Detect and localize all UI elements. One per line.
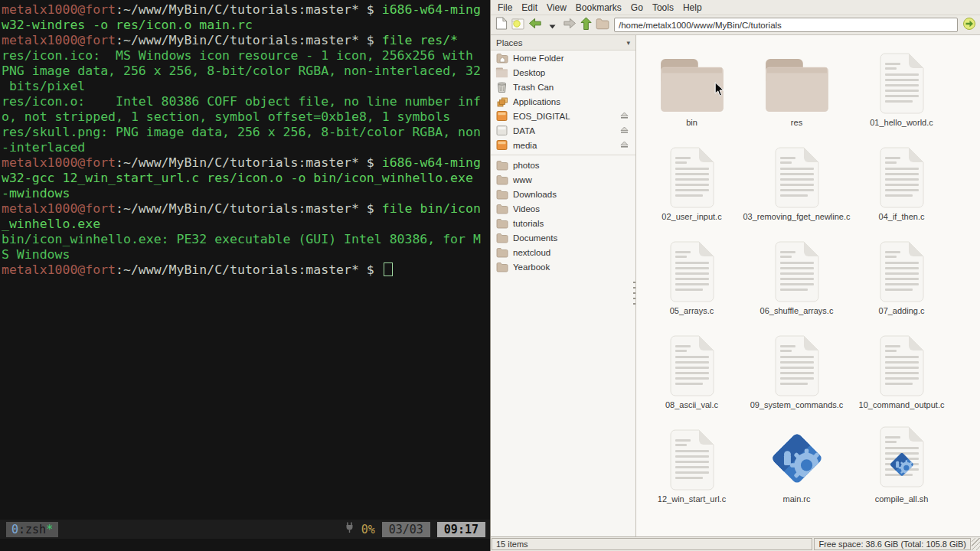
c-source-icon [668,233,717,303]
file-item[interactable]: 01_hello_world.c [849,44,954,139]
bookmark-label: Yearbook [513,262,550,272]
c-source-icon [773,233,822,303]
file-item[interactable]: 08_ascii_val.c [639,327,744,421]
menu-go[interactable]: Go [626,2,648,14]
up-button[interactable] [578,17,593,33]
place-applications[interactable]: Applications [491,94,635,109]
terminal-text-segment: bin/icon_winhello.exe: PE32 executable (… [2,232,481,246]
menu-edit[interactable]: Edit [517,2,542,14]
menu-bookmarks[interactable]: Bookmarks [571,2,626,14]
file-manager-window: FileEditViewBookmarksGoToolsHelp Places … [490,0,980,551]
menu-view[interactable]: View [542,2,571,14]
tmux-status-bar: 0:zsh* 0% 03/03 09:17 [0,520,490,539]
file-item[interactable]: 12_win_start_url.c [639,421,744,515]
file-item[interactable]: 10_command_output.c [849,327,954,421]
file-item[interactable]: 04_if_then.c [849,139,954,233]
bookmark-videos[interactable]: Videos [491,201,635,216]
terminal-line: res/icon.o: Intel 80386 COFF object file… [2,94,490,109]
file-item[interactable]: 02_user_input.c [639,139,744,233]
eject-button[interactable] [620,141,629,150]
history-dropdown-button[interactable] [544,17,560,33]
toolbar [491,15,980,35]
new-tab-button[interactable] [511,17,526,33]
place-trash-can[interactable]: Trash Can [491,80,635,94]
place-label: Desktop [513,68,545,77]
place-eos-digital[interactable]: EOS_DIGITAL [491,109,635,123]
eject-button[interactable] [620,126,629,135]
bookmark-label: tutorials [513,219,544,228]
terminal-text-segment: res/skull.png: PNG image data, 256 x 256… [2,125,481,139]
terminal-cursor [384,262,393,276]
eject-button[interactable] [620,112,629,121]
terminal-text-segment: PNG image data, 256 x 256, 8-bit/color R… [2,64,481,78]
file-name: 06_shuffle_arrays.c [760,306,834,315]
menu-tools[interactable]: Tools [648,2,678,14]
terminal-text-segment: metalx1000@fort [2,2,116,17]
forward-button[interactable] [561,17,577,33]
terminal-text-segment: bits/pixel [2,79,85,93]
places-list: Home FolderDesktopTrash CanApplicationsE… [491,51,635,152]
bookmark-downloads[interactable]: Downloads [491,187,635,201]
file-name: 02_user_input.c [662,212,721,221]
bookmark-tutorials[interactable]: tutorials [491,216,635,230]
bookmark-documents[interactable]: Documents [491,230,635,245]
terminal-text-segment: metalx1000@fort [2,155,116,170]
bookmark-yearbook[interactable]: Yearbook [491,259,635,274]
terminal-text-segment: $ [359,155,382,170]
file-item[interactable]: res [744,44,849,139]
terminal-text-segment: :~/www/MyBin/C/tutorials:master* [116,33,359,47]
tmux-window-index: 0 [11,523,18,536]
folder-icon [657,44,727,115]
file-item[interactable]: 06_shuffle_arrays.c [744,233,849,327]
bookmark-photos[interactable]: photos [491,158,635,172]
terminal-line: bin/icon_winhello.exe: PE32 executable (… [2,232,490,247]
folder-icon [495,247,508,258]
place-media[interactable]: media [491,138,635,152]
file-item[interactable]: 03_removing_fget_newline.c [744,139,849,233]
file-name: 03_removing_fget_newline.c [743,212,850,221]
tmux-session-badge[interactable]: 0:zsh* [6,522,58,537]
back-button[interactable] [528,17,543,33]
file-item[interactable]: compile_all.sh [849,421,954,515]
menu-help[interactable]: Help [678,2,707,14]
file-item[interactable]: 07_adding.c [849,233,954,327]
tmux-window-flag: * [46,523,53,536]
drive-orange-icon [495,110,508,122]
place-label: media [513,141,537,150]
pane-splitter-grip[interactable] [633,282,635,308]
terminal-line: metalx1000@fort:~/www/MyBin/C/tutorials:… [2,262,490,278]
file-item[interactable]: 05_arrays.c [639,233,744,327]
bookmark-nextcloud[interactable]: nextcloud [491,245,635,259]
terminal-text-segment: _winhello.exe [2,217,100,231]
go-jump-icon [962,17,976,34]
place-desktop[interactable]: Desktop [491,65,635,80]
menu-file[interactable]: File [493,2,517,14]
file-item[interactable]: bin [639,44,744,139]
terminal-text-segment: i686-w64-ming [382,2,481,17]
places-separator [491,155,635,155]
free-space-label: Free space: 38.6 GiB (Total: 105.8 GiB) [814,538,971,550]
resize-grip[interactable] [972,538,980,550]
tmux-right-status: 0% 03/03 09:17 [345,522,485,537]
terminal-text-segment: res/icon.ico: MS Windows icon resource -… [2,48,473,63]
place-data[interactable]: DATA [491,123,635,138]
terminal-pane[interactable]: metalx1000@fort:~/www/MyBin/C/tutorials:… [0,0,490,551]
chevron-down-icon[interactable]: ▾ [626,39,630,47]
home-button[interactable] [595,17,610,33]
file-view[interactable]: binres01_hello_world.c02_user_input.c03_… [636,35,980,536]
go-button[interactable] [962,17,977,33]
place-label: Applications [513,97,560,106]
place-home-folder[interactable]: Home Folder [491,51,635,65]
terminal-text-segment: :~/www/MyBin/C/tutorials:master* [116,262,359,277]
terminal-text-segment: i686-w64-ming [382,155,481,170]
path-input[interactable] [614,18,958,32]
file-item[interactable]: main.rc [744,421,849,515]
c-source-icon [773,139,822,209]
places-header[interactable]: Places ▾ [491,35,635,51]
bookmark-www[interactable]: www [491,172,635,187]
terminal-line: metalx1000@fort:~/www/MyBin/C/tutorials:… [2,201,490,217]
new-window-button[interactable] [494,17,509,33]
place-label: Home Folder [513,54,564,63]
terminal-text-segment: metalx1000@fort [2,201,116,216]
file-item[interactable]: 09_system_commands.c [744,327,849,421]
